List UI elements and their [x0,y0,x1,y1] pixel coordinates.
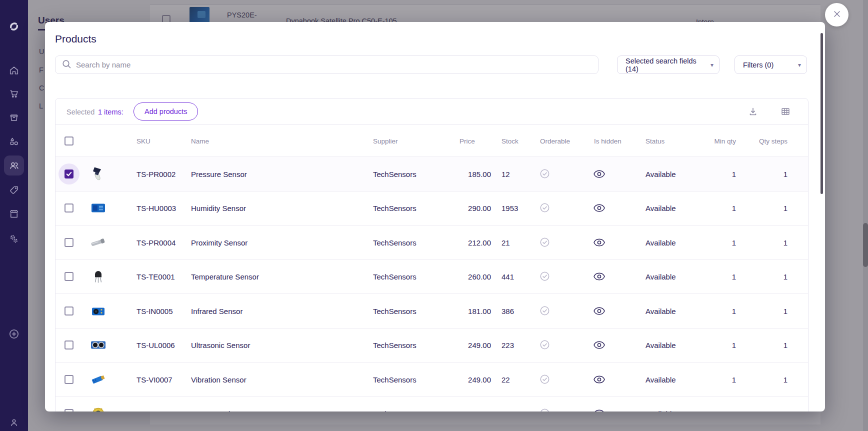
cart-icon[interactable] [0,82,28,104]
download-icon[interactable] [748,106,758,118]
add-products-button[interactable]: Add products [134,102,198,120]
modal-scrollbar-thumb[interactable] [820,33,823,194]
cell-price: 181.00 [441,306,491,315]
is-hidden-eye-icon[interactable] [594,238,605,246]
is-hidden-eye-icon[interactable] [594,272,605,281]
tag-icon[interactable] [0,179,28,201]
cell-min-qty: 1 [686,410,736,412]
cell-qty-steps: 1 [738,204,788,212]
cell-status: Available [646,272,676,281]
grid-view-icon[interactable] [780,106,791,118]
catalog-shapes-icon[interactable] [0,130,28,152]
table-row[interactable]: TS-TE0001 Temperature Sensor TechSensors… [56,260,808,294]
cell-stock: 21 [502,238,510,246]
is-hidden-eye-icon[interactable] [594,204,605,212]
cell-sku: TS-UL0006 [136,341,175,350]
cell-name: Pressure Sensor [191,170,247,178]
product-thumbnail [89,404,108,412]
home-icon[interactable] [0,60,28,82]
column-header-price[interactable]: Price [460,137,475,144]
orderable-check-circle-icon [540,271,550,282]
settings-gears-icon[interactable] [0,228,28,250]
row-checkbox[interactable] [64,170,74,178]
column-header-status[interactable]: Status [646,137,664,144]
column-header-qty-steps[interactable]: Qty steps [738,137,788,144]
cell-sku: TS-PR0004 [136,238,176,246]
close-icon [832,9,842,20]
is-hidden-eye-icon[interactable] [594,170,605,178]
product-thumbnail [89,336,108,354]
is-hidden-eye-icon[interactable] [594,341,605,350]
product-thumbnail [89,370,108,388]
column-header-name[interactable]: Name [191,137,209,144]
chevron-down-icon: ▾ [798,61,801,68]
table-row[interactable]: TS-IN0005 Infrared Sensor TechSensors 18… [56,294,808,328]
column-header-is-hidden[interactable]: Is hidden [594,137,622,144]
cell-status: Available [646,410,676,412]
orderable-check-circle-icon [540,168,550,180]
cell-sku: TS-PR0002 [136,170,176,178]
table-row[interactable]: TS-PR0004 Proximity Sensor TechSensors 2… [56,226,808,260]
users-people-icon[interactable] [0,154,28,176]
cell-status: Available [646,238,676,246]
row-checkbox[interactable] [64,306,74,316]
table-row[interactable]: TS-HU0003 Humidity Sensor TechSensors 29… [56,192,808,226]
profile-person-icon[interactable] [0,412,28,431]
cell-price: 249.00 [441,375,491,384]
row-checkbox[interactable] [64,272,74,281]
select-all-checkbox[interactable] [64,136,74,146]
cell-sku: TS-GA0008 [136,410,176,412]
orders-box-icon[interactable] [0,106,28,128]
cell-status: Available [646,170,676,178]
column-header-stock[interactable]: Stock [502,137,518,144]
column-header-supplier[interactable]: Supplier [373,137,398,144]
products-table-card: Selected 1 items: Add products SKU Name … [55,98,808,412]
is-hidden-eye-icon[interactable] [594,410,605,412]
cell-min-qty: 1 [686,170,736,178]
cell-qty-steps: 1 [738,272,788,281]
cell-supplier: TechSensors [373,410,416,412]
cell-min-qty: 1 [686,341,736,350]
row-checkbox[interactable] [64,375,74,384]
cell-name: Proximity Sensor [191,238,248,246]
row-checkbox[interactable] [64,204,74,212]
is-hidden-eye-icon[interactable] [594,306,605,315]
cell-min-qty: 1 [686,204,736,212]
table-row[interactable]: TS-GA0008 Gas Detection Sensor TechSenso… [56,397,808,412]
search-box[interactable] [55,56,598,74]
table-row[interactable]: TS-UL0006 Ultrasonic Sensor TechSensors … [56,328,808,363]
column-header-sku[interactable]: SKU [136,137,150,144]
is-hidden-eye-icon[interactable] [594,375,605,384]
search-fields-label: Selected search fields (14) [626,57,704,73]
cell-stock: 223 [502,341,514,350]
brand-logo-icon[interactable] [0,16,28,38]
cell-qty-steps: 1 [738,238,788,246]
filters-dropdown[interactable]: Filters (0) ▾ [734,56,807,74]
column-header-min-qty[interactable]: Min qty [686,137,736,144]
cell-sku: TS-IN0005 [136,306,173,315]
cell-price: 260.00 [441,272,491,281]
table-body: TS-PR0002 Pressure Sensor TechSensors 18… [56,157,808,412]
product-thumbnail [89,164,108,183]
product-thumbnail [89,302,108,320]
search-input[interactable] [76,60,598,69]
search-fields-dropdown[interactable]: Selected search fields (14) ▾ [617,56,720,74]
table-row[interactable]: TS-VI0007 Vibration Sensor TechSensors 2… [56,362,808,397]
cell-price: 249.00 [441,341,491,350]
cell-stock: 1953 [502,204,518,212]
row-checkbox[interactable] [64,238,74,247]
screen: Users U F C L PYS20E- Dynabook Satellite… [0,0,868,431]
table-row[interactable]: TS-PR0002 Pressure Sensor TechSensors 18… [56,157,808,192]
close-button[interactable] [825,3,848,26]
add-plus-circle-icon[interactable] [0,323,28,345]
orderable-check-circle-icon [540,340,550,350]
cell-name: Infrared Sensor [191,306,242,315]
cell-stock: 386 [502,306,514,315]
row-checkbox[interactable] [64,409,74,412]
row-checkbox[interactable] [64,340,74,350]
cell-price: 212.00 [441,238,491,246]
cell-qty-steps: 1 [738,170,788,178]
orderable-check-circle-icon [540,202,550,214]
column-header-orderable[interactable]: Orderable [540,137,570,144]
store-icon[interactable] [0,203,28,225]
